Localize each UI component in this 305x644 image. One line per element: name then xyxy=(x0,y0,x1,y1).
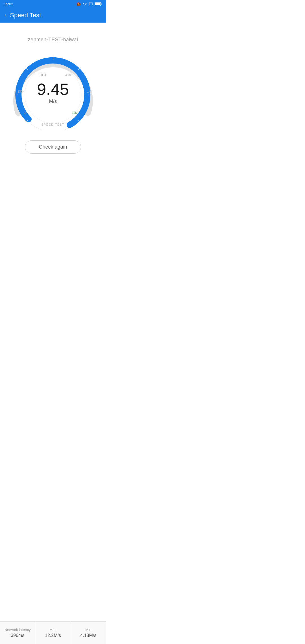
wifi-icon xyxy=(82,2,87,6)
screen-rotation-icon xyxy=(89,2,93,6)
speedometer: 0K 150K 300K 450K 1M 10M 9.45 M/s SPEED … xyxy=(9,51,97,130)
gauge-label-10m: 10M xyxy=(72,111,77,114)
gauge-label-450k: 450K xyxy=(65,74,72,77)
battery-icon xyxy=(95,2,102,6)
status-time: 15:02 xyxy=(4,2,13,6)
status-icons: 🔕 xyxy=(76,2,102,6)
speed-value: 9.45 xyxy=(37,81,69,97)
page-title: Speed Test xyxy=(10,12,41,19)
speed-test-label: SPEED TEST xyxy=(41,123,64,126)
svg-rect-3 xyxy=(95,3,100,5)
gauge-label-0k: 0K xyxy=(24,111,27,114)
back-button[interactable]: ‹ xyxy=(5,12,6,18)
status-bar: 15:02 🔕 xyxy=(0,0,106,8)
gauge-label-1m: 1M xyxy=(87,90,91,93)
gauge-label-300k: 300K xyxy=(40,74,46,77)
main-content: zenmen-TEST-haiwai xyxy=(0,23,106,154)
gauge-label-150k: 150K xyxy=(18,90,24,93)
speed-display: 9.45 M/s xyxy=(37,81,69,104)
svg-rect-1 xyxy=(89,3,93,5)
network-name: zenmen-TEST-haiwai xyxy=(28,37,78,43)
check-again-button[interactable]: Check again xyxy=(25,140,81,154)
svg-text:🔕: 🔕 xyxy=(76,2,81,6)
app-bar: ‹ Speed Test xyxy=(0,8,106,23)
speed-unit: M/s xyxy=(49,99,57,104)
svg-rect-4 xyxy=(101,3,102,5)
mute-icon: 🔕 xyxy=(76,2,81,6)
